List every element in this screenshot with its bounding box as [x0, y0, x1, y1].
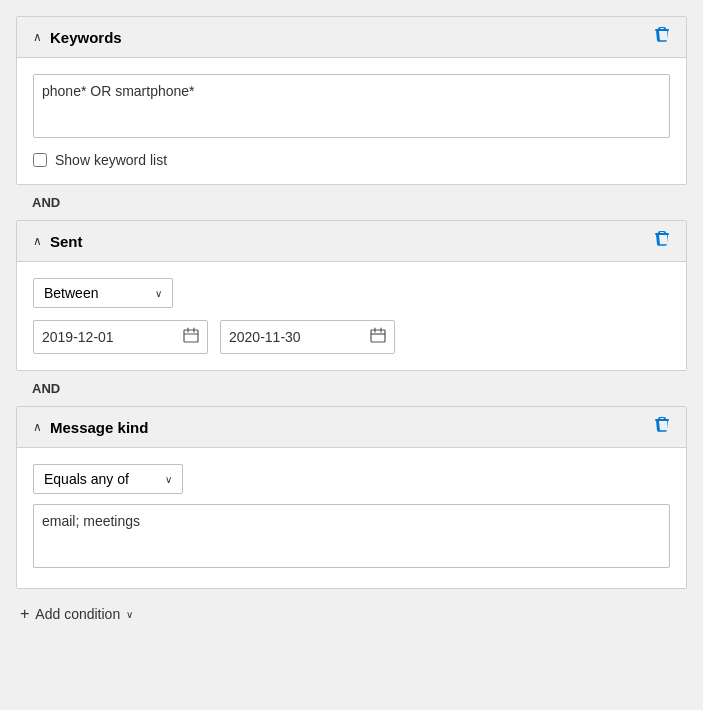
- keywords-card-body: phone* OR smartphone* Show keyword list: [17, 58, 686, 184]
- sent-dropdown-chevron-icon: ∨: [155, 288, 162, 299]
- sent-date-start-calendar-icon[interactable]: [183, 327, 199, 347]
- message-kind-card-body: Equals any of ∨ email; meetings: [17, 448, 686, 588]
- sent-card: ∧ Sent Between ∨ 2019-12-01: [16, 220, 687, 371]
- add-condition-plus-icon: +: [20, 605, 29, 623]
- sent-date-end-calendar-icon[interactable]: [370, 327, 386, 347]
- keywords-textarea[interactable]: phone* OR smartphone*: [33, 74, 670, 138]
- message-kind-textarea[interactable]: email; meetings: [33, 504, 670, 568]
- sent-card-header: ∧ Sent: [17, 221, 686, 262]
- keywords-title: Keywords: [50, 29, 122, 46]
- svg-rect-0: [184, 330, 198, 342]
- message-kind-title: Message kind: [50, 419, 148, 436]
- keywords-header-left: ∧ Keywords: [33, 29, 122, 46]
- message-kind-delete-icon[interactable]: [654, 417, 670, 437]
- sent-date-start-input[interactable]: 2019-12-01: [33, 320, 208, 354]
- sent-collapse-icon[interactable]: ∧: [33, 234, 42, 248]
- sent-between-dropdown[interactable]: Between ∨: [33, 278, 173, 308]
- message-kind-card-header: ∧ Message kind: [17, 407, 686, 448]
- add-condition-chevron-icon: ∨: [126, 609, 133, 620]
- keywords-card: ∧ Keywords phone* OR smartphone* Show ke…: [16, 16, 687, 185]
- main-container: ∧ Keywords phone* OR smartphone* Show ke…: [0, 0, 703, 710]
- sent-dropdown-label: Between: [44, 285, 98, 301]
- keywords-checkbox-label: Show keyword list: [55, 152, 167, 168]
- sent-date-start-value: 2019-12-01: [42, 329, 175, 345]
- message-kind-dropdown-label: Equals any of: [44, 471, 129, 487]
- keywords-delete-icon[interactable]: [654, 27, 670, 47]
- add-condition-label: Add condition: [35, 606, 120, 622]
- sent-header-left: ∧ Sent: [33, 233, 83, 250]
- sent-date-row: 2019-12-01 2020-11-30: [33, 320, 670, 354]
- and-separator-2: AND: [16, 371, 687, 406]
- sent-delete-icon[interactable]: [654, 231, 670, 251]
- sent-card-body: Between ∨ 2019-12-01 2020-11-30: [17, 262, 686, 370]
- message-kind-collapse-icon[interactable]: ∧: [33, 420, 42, 434]
- keywords-checkbox[interactable]: [33, 153, 47, 167]
- keywords-checkbox-row: Show keyword list: [33, 152, 670, 168]
- sent-date-end-value: 2020-11-30: [229, 329, 362, 345]
- svg-rect-1: [371, 330, 385, 342]
- sent-title: Sent: [50, 233, 83, 250]
- message-kind-header-left: ∧ Message kind: [33, 419, 148, 436]
- message-kind-dropdown-chevron-icon: ∨: [165, 474, 172, 485]
- add-condition-row[interactable]: + Add condition ∨: [16, 589, 687, 631]
- keywords-card-header: ∧ Keywords: [17, 17, 686, 58]
- and-separator-1: AND: [16, 185, 687, 220]
- message-kind-dropdown[interactable]: Equals any of ∨: [33, 464, 183, 494]
- sent-date-end-input[interactable]: 2020-11-30: [220, 320, 395, 354]
- keywords-collapse-icon[interactable]: ∧: [33, 30, 42, 44]
- message-kind-card: ∧ Message kind Equals any of ∨ email; me…: [16, 406, 687, 589]
